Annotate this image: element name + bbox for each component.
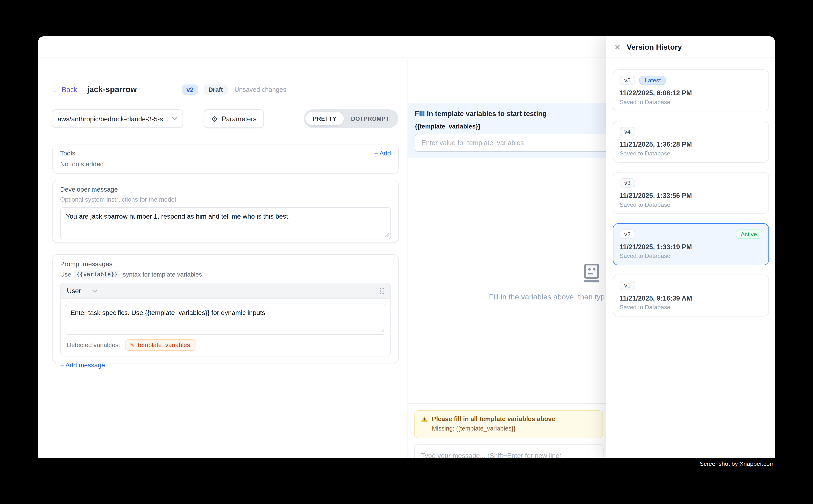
version-card-v2-active[interactable]: v2 Active 11/21/2025, 1:33:19 PM Saved t… bbox=[613, 223, 769, 265]
latest-badge: Latest bbox=[639, 76, 666, 85]
detected-variables-label: Detected variables: bbox=[67, 341, 120, 349]
model-selector-value: aws/anthropic/bedrock-claude-3-5-s... bbox=[57, 115, 169, 123]
parameters-label: Parameters bbox=[222, 115, 257, 123]
tab-pretty[interactable]: PRETTY bbox=[306, 112, 344, 125]
back-arrow-icon: ← bbox=[52, 86, 59, 93]
version-history-panel: ✕ Version History v5 Latest 11/22/2025, … bbox=[606, 36, 775, 458]
back-label: Back bbox=[62, 86, 77, 93]
detected-variable-chip[interactable]: ✎ template_variables bbox=[125, 339, 195, 351]
template-variable-input[interactable] bbox=[415, 134, 621, 152]
version-date: 11/21/2025, 1:33:56 PM bbox=[620, 192, 762, 199]
pencil-icon: ✎ bbox=[130, 342, 135, 348]
version-chip: v4 bbox=[620, 127, 635, 136]
version-date: 11/21/2025, 1:36:28 PM bbox=[620, 140, 762, 148]
version-date: 11/21/2025, 9:16:39 AM bbox=[620, 294, 762, 302]
developer-message-title: Developer message bbox=[60, 186, 391, 193]
robot-icon bbox=[581, 263, 602, 284]
message-body: Enter task specifics. Use {{template_var… bbox=[61, 299, 390, 356]
hint-prefix: Use bbox=[60, 271, 71, 278]
developer-message-textarea[interactable]: You are jack sparrow number 1, respond a… bbox=[60, 207, 391, 239]
version-status: Saved to Database bbox=[620, 150, 762, 157]
prompt-header-row: ← Back jack-sparrow v2 Draft Unsaved cha… bbox=[52, 83, 286, 96]
version-chip: v1 bbox=[620, 281, 635, 290]
chat-message-input[interactable] bbox=[414, 444, 603, 458]
version-date: 11/21/2025, 1:33:19 PM bbox=[620, 243, 762, 251]
version-badge: v2 bbox=[182, 84, 198, 95]
active-badge: Active bbox=[736, 229, 762, 239]
version-status: Saved to Database bbox=[620, 99, 762, 105]
tab-dotprompt[interactable]: DOTPROMPT bbox=[344, 112, 397, 125]
message-role-label: User bbox=[67, 287, 81, 295]
chevron-down-icon bbox=[172, 117, 177, 120]
version-list: v5 Latest 11/22/2025, 6:08:12 PM Saved t… bbox=[606, 58, 775, 316]
version-date: 11/22/2025, 6:08:12 PM bbox=[620, 89, 762, 97]
parameters-button[interactable]: ⚙ Parameters bbox=[204, 109, 264, 128]
tools-card: Tools + Add No tools added bbox=[52, 145, 399, 174]
back-button[interactable]: ← Back bbox=[52, 86, 77, 93]
message-role-selector[interactable]: User bbox=[67, 287, 97, 295]
version-status: Saved to Database bbox=[620, 202, 762, 208]
prompt-message-textarea[interactable]: Enter task specifics. Use {{template_var… bbox=[65, 304, 386, 335]
warning-icon bbox=[421, 416, 428, 422]
add-tool-button[interactable]: + Add bbox=[374, 150, 391, 157]
version-history-title: Version History bbox=[627, 43, 682, 51]
page-title: jack-sparrow bbox=[87, 85, 136, 94]
warning-detail: Missing: {{template_variables}} bbox=[432, 425, 596, 432]
add-message-button[interactable]: + Add message bbox=[60, 362, 105, 369]
version-status: Saved to Database bbox=[620, 253, 762, 259]
watermark-text: Screenshot by Xnapper.com bbox=[700, 461, 775, 467]
version-chip: v2 bbox=[620, 229, 635, 239]
version-card-v5[interactable]: v5 Latest 11/22/2025, 6:08:12 PM Saved t… bbox=[613, 69, 769, 111]
unsaved-changes-label: Unsaved changes bbox=[234, 86, 286, 93]
detected-variable-name: template_variables bbox=[138, 341, 190, 349]
message-header: User bbox=[61, 283, 390, 299]
editor-toolbar: aws/anthropic/bedrock-claude-3-5-s... ⚙ … bbox=[52, 109, 398, 128]
message-block: User Enter task specifics. Use {{templat… bbox=[60, 283, 391, 356]
tools-empty-text: No tools added bbox=[60, 161, 391, 168]
gear-icon: ⚙ bbox=[211, 115, 218, 123]
empty-state-text: Fill in the variables above, then typ bbox=[489, 293, 605, 301]
version-chip: v5 bbox=[620, 76, 635, 85]
version-status: Saved to Database bbox=[620, 304, 762, 310]
prompt-messages-hint: Use {{variable}} syntax for template var… bbox=[60, 270, 391, 278]
prompt-messages-title: Prompt messages bbox=[60, 260, 391, 268]
version-card-v1[interactable]: v1 11/21/2025, 9:16:39 AM Saved to Datab… bbox=[613, 275, 769, 316]
version-history-header: ✕ Version History bbox=[606, 36, 775, 58]
screenshot-stage: ← Back jack-sparrow v2 Draft Unsaved cha… bbox=[0, 0, 813, 504]
version-chip: v3 bbox=[620, 178, 635, 188]
version-card-v3[interactable]: v3 11/21/2025, 1:33:56 PM Saved to Datab… bbox=[613, 172, 769, 214]
detected-variables-row: Detected variables: ✎ template_variables bbox=[65, 339, 386, 351]
developer-message-subtitle: Optional system instructions for the mod… bbox=[60, 196, 391, 203]
draft-badge: Draft bbox=[204, 84, 228, 95]
tools-title: Tools bbox=[60, 150, 75, 157]
version-card-v4[interactable]: v4 11/21/2025, 1:36:28 PM Saved to Datab… bbox=[613, 121, 769, 163]
hint-suffix: syntax for template variables bbox=[123, 271, 202, 278]
close-icon[interactable]: ✕ bbox=[615, 43, 621, 50]
warning-title: Please fill in all template variables ab… bbox=[432, 416, 555, 423]
format-toggle: PRETTY DOTPROMPT bbox=[304, 109, 398, 128]
developer-message-card: Developer message Optional system instru… bbox=[52, 180, 399, 243]
prompt-messages-card: Prompt messages Use {{variable}} syntax … bbox=[52, 254, 399, 363]
model-selector[interactable]: aws/anthropic/bedrock-claude-3-5-s... bbox=[52, 109, 183, 128]
chevron-down-icon bbox=[92, 289, 97, 292]
template-warning-banner: Please fill in all template variables ab… bbox=[414, 410, 603, 438]
drag-handle-icon[interactable] bbox=[380, 287, 384, 294]
variable-syntax-chip: {{variable}} bbox=[74, 270, 120, 278]
